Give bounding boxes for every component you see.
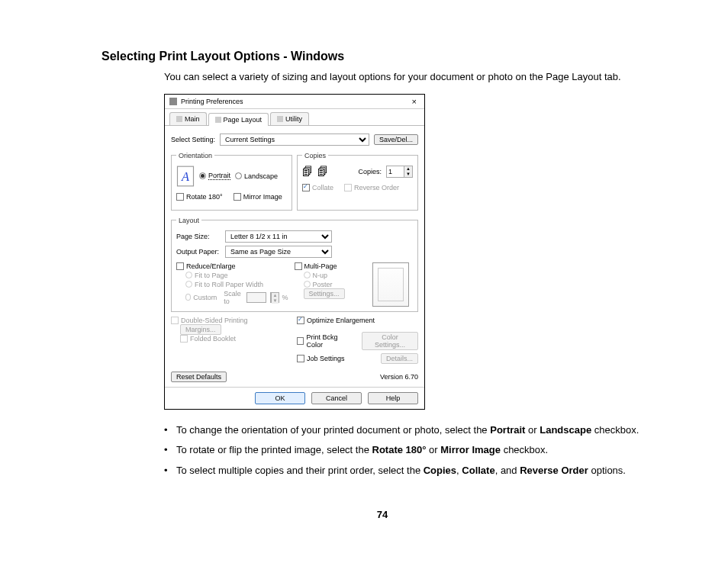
orientation-group: Orientation A Portrait Landscape Rotate …: [171, 152, 292, 211]
letter-a-icon: A: [176, 166, 195, 187]
cancel-button[interactable]: Cancel: [311, 392, 362, 404]
page-icon: [215, 117, 221, 123]
double-sided-checkbox[interactable]: Double-Sided Printing: [171, 317, 292, 324]
version-label: Version 6.70: [380, 373, 418, 381]
page-size-dropdown[interactable]: Letter 8 1/2 x 11 in: [225, 230, 332, 243]
copies-spinner[interactable]: ▲▼: [386, 166, 413, 178]
svg-text:A: A: [181, 169, 190, 183]
margins-button[interactable]: Margins...: [180, 324, 221, 335]
tab-label: Main: [185, 115, 200, 123]
select-setting-dropdown[interactable]: Current Settings: [220, 134, 369, 146]
copies-legend: Copies: [302, 152, 328, 159]
orientation-legend: Orientation: [176, 152, 214, 159]
output-paper-label: Output Paper:: [176, 248, 221, 256]
page-size-label: Page Size:: [176, 233, 221, 240]
chevron-up-icon[interactable]: ▲: [404, 166, 412, 172]
print-bckg-color-checkbox[interactable]: Print Bckg Color: [297, 333, 353, 349]
list-item: To change the orientation of your printe…: [164, 423, 663, 438]
tab-label: Page Layout: [224, 116, 263, 124]
poster-radio[interactable]: Poster: [304, 281, 363, 288]
multipage-settings-button[interactable]: Settings...: [304, 288, 345, 299]
optimize-enlargement-checkbox[interactable]: Optimize Enlargement: [297, 317, 418, 324]
instruction-list: To change the orientation of your printe…: [164, 423, 663, 479]
collate-checkbox[interactable]: Collate: [302, 184, 333, 191]
custom-scale-radio[interactable]: Custom Scale to ▲▼ %: [185, 290, 288, 305]
chevron-down-icon[interactable]: ▼: [404, 172, 412, 177]
details-button[interactable]: Details...: [381, 353, 418, 364]
intro-text: You can select a variety of sizing and l…: [164, 69, 663, 85]
tab-utility[interactable]: Utility: [270, 112, 309, 125]
layout-legend: Layout: [176, 217, 201, 224]
printing-preferences-dialog: Printing Preferences × Main Page Layout …: [164, 94, 425, 410]
select-setting-label: Select Setting:: [171, 136, 215, 143]
dialog-title: Printing Preferences: [181, 98, 409, 105]
reverse-order-checkbox[interactable]: Reverse Order: [344, 184, 399, 191]
collate-pages-icon: 🗐: [317, 166, 328, 178]
color-settings-button[interactable]: Color Settings...: [362, 332, 418, 350]
help-button[interactable]: Help: [368, 392, 418, 404]
n-up-radio[interactable]: N-up: [304, 272, 363, 279]
rotate-180-checkbox[interactable]: Rotate 180°: [176, 193, 223, 201]
collate-pages-icon: 🗐: [302, 166, 313, 178]
reduce-enlarge-checkbox[interactable]: Reduce/Enlarge: [176, 262, 288, 270]
mirror-image-checkbox[interactable]: Mirror Image: [234, 193, 282, 201]
reset-defaults-button[interactable]: Reset Defaults: [171, 372, 227, 382]
page-preview-icon: [372, 262, 409, 307]
tab-main[interactable]: Main: [169, 112, 207, 125]
ok-button[interactable]: OK: [255, 392, 305, 404]
landscape-radio[interactable]: Landscape: [235, 172, 278, 180]
printer-icon: [176, 116, 182, 122]
fit-to-page-radio[interactable]: Fit to Page: [185, 272, 288, 279]
close-icon[interactable]: ×: [409, 97, 420, 106]
copies-group: Copies 🗐 🗐 Copies: ▲▼ Col: [297, 152, 418, 211]
scale-input[interactable]: [246, 292, 266, 303]
scale-spinner[interactable]: ▲▼: [270, 292, 280, 303]
folded-booklet-checkbox[interactable]: Folded Booklet: [180, 335, 292, 343]
tab-label: Utility: [285, 115, 302, 123]
page-heading: Selecting Print Layout Options - Windows: [101, 50, 663, 63]
multi-page-checkbox[interactable]: Multi-Page: [295, 262, 363, 270]
list-item: To rotate or flip the printed image, sel…: [164, 443, 663, 458]
layout-group: Layout Page Size: Letter 8 1/2 x 11 in O…: [171, 217, 418, 312]
wrench-icon: [277, 116, 283, 122]
output-paper-dropdown[interactable]: Same as Page Size: [225, 246, 332, 258]
fit-to-roll-radio[interactable]: Fit to Roll Paper Width: [185, 281, 288, 288]
copies-label: Copies:: [359, 168, 382, 175]
portrait-radio[interactable]: Portrait: [199, 172, 230, 180]
page-number: 74: [101, 509, 663, 520]
printer-icon: [169, 98, 177, 105]
job-settings-checkbox[interactable]: Job Settings: [297, 355, 345, 362]
tab-page-layout[interactable]: Page Layout: [208, 113, 269, 126]
list-item: To select multiple copies and their prin…: [164, 464, 663, 478]
save-del-button[interactable]: Save/Del...: [374, 134, 418, 145]
